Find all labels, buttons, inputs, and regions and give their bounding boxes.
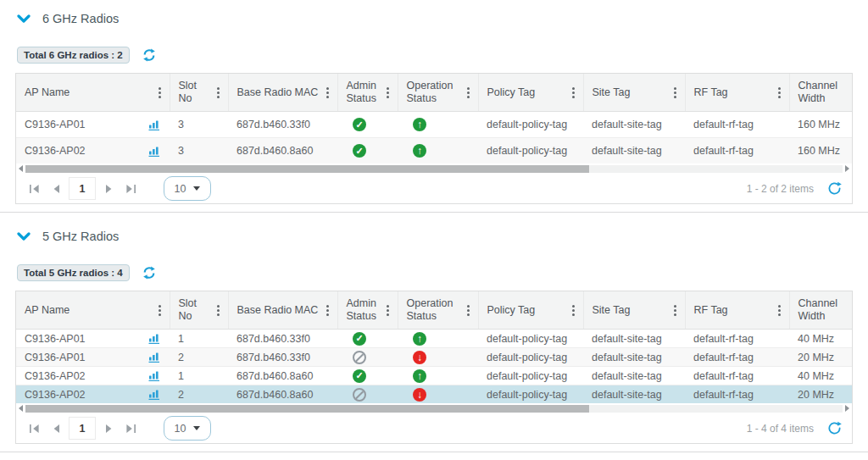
scrollbar-thumb[interactable] [25, 405, 589, 413]
column-header[interactable]: RF Tag [685, 291, 789, 330]
prev-page-button[interactable] [45, 178, 67, 200]
column-menu-icon[interactable] [465, 86, 471, 100]
last-page-button[interactable] [120, 178, 142, 200]
table-row[interactable]: C9136-AP012687d.b460.33f0default-policy-… [16, 348, 852, 367]
refresh-icon[interactable] [827, 421, 842, 435]
page: { "columns": ["AP Name", "Slot No", "Bas… [0, 0, 868, 460]
current-page[interactable]: 1 [69, 417, 96, 440]
table-row[interactable]: C9136-AP023687d.b460.8a60default-policy-… [16, 138, 852, 164]
column-menu-icon[interactable] [215, 303, 221, 318]
column-menu-icon[interactable] [776, 86, 782, 100]
last-page-button[interactable] [120, 418, 142, 440]
column-header[interactable]: Operation Status [398, 74, 478, 112]
column-menu-icon[interactable] [776, 303, 782, 318]
column-header[interactable]: Policy Tag [478, 291, 583, 330]
cell-channel-width: 40 MHz [789, 367, 852, 385]
chevron-down-icon[interactable] [17, 230, 31, 242]
cell-base-radio-mac: 687d.b460.33f0 [228, 330, 337, 348]
page-size-dropdown[interactable]: 10 [164, 416, 211, 441]
scroll-right-arrow-icon[interactable] [845, 165, 849, 172]
radio-stats-chart-icon[interactable] [148, 370, 161, 381]
table-row[interactable]: C9136-AP022687d.b460.8a60default-policy-… [16, 385, 852, 404]
admin-enabled-icon [353, 369, 366, 383]
column-menu-icon[interactable] [465, 303, 471, 318]
radio-stats-chart-icon[interactable] [148, 389, 161, 400]
table-row[interactable]: C9136-AP011687d.b460.33f0default-policy-… [16, 330, 852, 348]
cell-site-tag: default-site-tag [583, 330, 685, 348]
column-header[interactable]: Slot No [170, 291, 228, 330]
column-header[interactable]: Channel Width [789, 291, 852, 330]
badge-row: Total 6 GHz radios : 2 [17, 47, 868, 64]
column-label: Operation Status [407, 297, 462, 323]
column-header[interactable]: Base Radio MAC [228, 74, 337, 112]
admin-disabled-icon [353, 388, 366, 402]
cell-channel-width: 160 MHz [789, 138, 852, 164]
column-menu-icon[interactable] [672, 86, 678, 100]
column-header[interactable]: Policy Tag [478, 74, 583, 112]
column-header[interactable]: Channel Width [789, 74, 852, 112]
column-header[interactable]: Site Tag [583, 291, 685, 330]
scroll-left-arrow-icon[interactable] [19, 165, 23, 172]
first-page-button[interactable] [23, 418, 45, 440]
column-header[interactable]: Admin Status [337, 74, 398, 112]
caret-down-icon [193, 186, 200, 191]
section-header: 5 GHz Radios [17, 230, 868, 243]
horizontal-scrollbar[interactable] [16, 403, 852, 413]
cell-ap-name: C9136-AP01 [16, 112, 170, 138]
admin-disabled-icon [353, 351, 366, 364]
column-header[interactable]: AP Name [16, 291, 170, 330]
table-scroll-area: AP NameSlot NoBase Radio MACAdmin Status… [16, 74, 852, 163]
column-menu-icon[interactable] [385, 86, 391, 100]
radios-table-6ghz: AP NameSlot NoBase Radio MACAdmin Status… [15, 73, 853, 204]
column-menu-icon[interactable] [157, 86, 163, 100]
column-label: Channel Width [798, 297, 853, 323]
table-row[interactable]: C9136-AP021687d.b460.8a60default-policy-… [16, 367, 852, 385]
page-size-dropdown[interactable]: 10 [164, 176, 211, 201]
column-menu-icon[interactable] [325, 303, 331, 318]
column-header[interactable]: Base Radio MAC [228, 291, 337, 330]
oper-up-icon [413, 369, 426, 383]
current-page[interactable]: 1 [69, 177, 96, 200]
refresh-sync-icon[interactable] [142, 266, 156, 280]
scroll-left-arrow-icon[interactable] [19, 405, 23, 412]
column-header[interactable]: Operation Status [398, 291, 478, 330]
radio-stats-chart-icon[interactable] [148, 146, 161, 157]
column-menu-icon[interactable] [570, 303, 576, 318]
scroll-right-arrow-icon[interactable] [845, 405, 849, 412]
cell-ap-name: C9136-AP02 [16, 385, 170, 404]
column-menu-icon[interactable] [385, 303, 391, 318]
column-header[interactable]: RF Tag [685, 74, 789, 112]
scrollbar-track[interactable] [25, 165, 843, 173]
column-header[interactable]: Slot No [170, 74, 228, 112]
refresh-icon[interactable] [827, 181, 842, 196]
cell-operation-status [398, 385, 478, 404]
column-header[interactable]: AP Name [16, 74, 170, 112]
oper-up-icon [413, 118, 426, 131]
prev-page-button[interactable] [45, 418, 67, 440]
cell-base-radio-mac: 687d.b460.8a60 [228, 367, 337, 385]
radio-stats-chart-icon[interactable] [148, 333, 161, 344]
column-menu-icon[interactable] [157, 303, 163, 318]
horizontal-scrollbar[interactable] [16, 163, 852, 174]
column-header[interactable]: Site Tag [583, 74, 685, 112]
radio-stats-chart-icon[interactable] [148, 119, 161, 130]
cell-policy-tag: default-policy-tag [478, 138, 583, 164]
column-menu-icon[interactable] [672, 303, 678, 318]
column-label: Policy Tag [487, 86, 536, 99]
next-page-button[interactable] [97, 418, 120, 440]
column-menu-icon[interactable] [215, 86, 221, 100]
refresh-sync-icon[interactable] [142, 48, 156, 62]
next-page-button[interactable] [97, 178, 120, 200]
column-header[interactable]: Admin Status [337, 291, 398, 330]
cell-base-radio-mac: 687d.b460.8a60 [228, 138, 337, 164]
table-row[interactable]: C9136-AP013687d.b460.33f0default-policy-… [16, 112, 852, 138]
column-label: Policy Tag [487, 304, 536, 317]
scrollbar-thumb[interactable] [25, 165, 589, 173]
first-page-button[interactable] [23, 178, 45, 200]
column-menu-icon[interactable] [570, 86, 576, 100]
column-menu-icon[interactable] [325, 86, 331, 100]
oper-up-icon [413, 144, 426, 158]
radio-stats-chart-icon[interactable] [148, 352, 161, 363]
scrollbar-track[interactable] [25, 405, 843, 413]
chevron-down-icon[interactable] [17, 13, 31, 25]
